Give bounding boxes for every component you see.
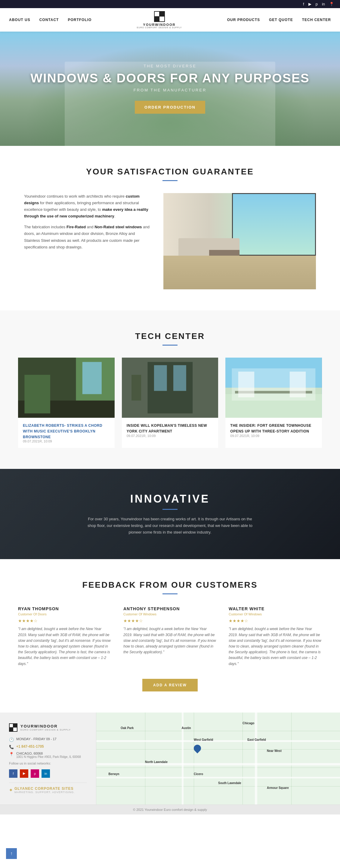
map-label-near-west: Near West bbox=[267, 749, 282, 752]
nav-logo[interactable]: YOURWINDOOR EURO COMFORT DESIGN & SUPPLY bbox=[131, 8, 188, 32]
footer: YOURWINDOOR EURO COMFORT DESIGN & SUPPLY… bbox=[0, 713, 340, 805]
partner-sub: MARKETING. SUPPORT. ADVERTISING. bbox=[14, 791, 75, 794]
top-bar: f ▶ p in 📍 bbox=[0, 0, 340, 8]
tech-card-date-1: 09.07.2021R, 10:09 bbox=[23, 439, 110, 443]
feedback-type-2: Customer of windows bbox=[123, 612, 217, 616]
satisfaction-content: Yourwindoor continues to work with archi… bbox=[24, 193, 316, 289]
map-grid-h-2 bbox=[96, 749, 340, 749]
map-label-south-lawndale: South Lawndale bbox=[218, 781, 241, 785]
map-grid-v-2 bbox=[194, 713, 194, 805]
facebook-icon[interactable]: f bbox=[303, 2, 304, 6]
feedback-divider bbox=[162, 593, 178, 594]
footer-logo-text-wrap: YOURWINDOOR EURO COMFORT DESIGN & SUPPLY bbox=[21, 724, 71, 731]
location-icon[interactable]: 📍 bbox=[329, 2, 334, 6]
innovative-text: For over 30 years, Yourwindoor has been … bbox=[86, 516, 254, 536]
innovative-section: INNOVATIVE For over 30 years, Yourwindoo… bbox=[0, 469, 340, 559]
partner-name: GLYANEC CORPORATE SITES bbox=[14, 786, 75, 791]
svg-rect-10 bbox=[131, 375, 141, 401]
footer-facebook-icon[interactable]: f bbox=[9, 769, 18, 778]
nav-products[interactable]: OUR PRODUCTS bbox=[227, 11, 260, 29]
map-label-austin: Austin bbox=[182, 726, 191, 730]
youtube-icon[interactable]: ▶ bbox=[308, 2, 311, 6]
logo-sub: EURO COMFORT DESIGN & SUPPLY bbox=[137, 27, 182, 29]
hero-content: THE MOST DIVERSE WINDOWS & DOORS FOR ANY… bbox=[30, 64, 309, 114]
tech-grid: ELIZABETH ROBERTS- STRIKES A CHORD WITH … bbox=[18, 358, 322, 448]
footer-logo-name: YOURWINDOOR bbox=[21, 724, 71, 728]
phone-icon: 📞 bbox=[9, 745, 14, 749]
tech-card-title-1[interactable]: ELIZABETH ROBERTS- STRIKES A CHORD WITH … bbox=[23, 424, 102, 439]
svg-rect-8 bbox=[154, 365, 167, 391]
pinterest-icon[interactable]: p bbox=[316, 2, 318, 6]
feedback-card-3: WALTER WHITE Customer of windows ★★★★☆ "… bbox=[229, 606, 322, 666]
feedback-text-2: "I am delighted, bought a week before th… bbox=[123, 626, 217, 655]
nav-contact[interactable]: CONTACT bbox=[39, 11, 59, 29]
nav-tech[interactable]: TECH CENTER bbox=[302, 11, 331, 29]
tech-card-body-2: INSIDE WILL KOPELMAN'S TIMELESS NEW YORK… bbox=[122, 418, 218, 442]
footer-address-item: 📍 CHICAGO, 60068 1001 N Higgins Pike #90… bbox=[9, 752, 87, 758]
nav-quote[interactable]: GET QUOTE bbox=[269, 11, 293, 29]
nav-right: OUR PRODUCTS GET QUOTE TECH CENTER bbox=[227, 11, 331, 29]
map-label-oak-park: Oak Park bbox=[121, 726, 133, 730]
footer-bottom: © 2021 Yourwindoor Euro comfort design &… bbox=[0, 805, 340, 814]
navbar: ABOUT US CONTACT PORTFOLIO YOURWINDOOR E… bbox=[0, 8, 340, 32]
map-label-berwyn: Berwyn bbox=[109, 772, 119, 776]
nav-portfolio[interactable]: PORTFOLIO bbox=[68, 11, 91, 29]
footer-left: YOURWINDOOR EURO COMFORT DESIGN & SUPPLY… bbox=[0, 713, 96, 805]
map-road-h-3 bbox=[96, 777, 340, 778]
copyright-text: © 2021 Yourwindoor Euro comfort design &… bbox=[133, 808, 207, 811]
feedback-name-3: WALTER WHITE bbox=[229, 606, 322, 611]
footer-phone-item: 📞 +1 847-451-1705 bbox=[9, 744, 87, 749]
nav-about-us[interactable]: ABOUT US bbox=[9, 11, 30, 29]
room-floor bbox=[163, 256, 316, 289]
hero-section: THE MOST DIVERSE WINDOWS & DOORS FOR ANY… bbox=[0, 32, 340, 146]
footer-hours-text: MONDAY - FRIDAY 09 - 17 bbox=[16, 737, 57, 741]
map-grid-v-4 bbox=[291, 713, 291, 805]
tech-card-title-3[interactable]: THE INSIDER: FORT GREENE TOWNHOUSE OPENS… bbox=[230, 424, 311, 433]
tech-card-2: INSIDE WILL KOPELMAN'S TIMELESS NEW YORK… bbox=[122, 358, 218, 448]
satisfaction-para2: The fabrication includes Fire-Rated and … bbox=[24, 224, 151, 250]
feedback-name-1: RYAN THOMPSON bbox=[18, 606, 111, 611]
footer-logo: YOURWINDOOR EURO COMFORT DESIGN & SUPPLY bbox=[9, 723, 87, 732]
feedback-stars-3: ★★★★☆ bbox=[229, 618, 322, 623]
footer-phone-number[interactable]: +1 847-451-1705 bbox=[16, 744, 44, 749]
map-grid-h-1 bbox=[96, 731, 340, 731]
map-label-east-garfield: East Garfield bbox=[247, 738, 266, 741]
svg-rect-16 bbox=[238, 372, 254, 398]
feedback-grid: RYAN THOMPSON Customer of doors ★★★★☆ "I… bbox=[18, 606, 322, 666]
footer-partner: ✦ GLYANEC CORPORATE SITES MARKETING. SUP… bbox=[9, 783, 87, 794]
tech-card-image-2 bbox=[122, 358, 218, 418]
feedback-card-1: RYAN THOMPSON Customer of doors ★★★★☆ "I… bbox=[18, 606, 111, 666]
map-grid-v-3 bbox=[243, 713, 243, 805]
tech-card-date-2: 09.07.2021R, 10:09 bbox=[127, 434, 214, 438]
innovative-divider bbox=[162, 509, 178, 510]
partner-star-icon: ✦ bbox=[9, 788, 13, 793]
add-review-button[interactable]: ADD A REVIEW bbox=[142, 679, 198, 691]
footer-logo-icon bbox=[9, 723, 18, 732]
order-production-button[interactable]: ORDER PRODUCTION bbox=[135, 101, 205, 114]
map-grid-v-1 bbox=[145, 713, 145, 805]
footer-map[interactable]: Chicago Oak Park Austin West Garfield Ea… bbox=[96, 713, 340, 805]
footer-address-wrap: CHICAGO, 60068 1001 N Higgins Pike #903,… bbox=[16, 752, 81, 758]
tech-card-body-1: ELIZABETH ROBERTS- STRIKES A CHORD WITH … bbox=[18, 418, 115, 448]
footer-linkedin-icon[interactable]: in bbox=[41, 769, 50, 778]
feedback-title: FEEDBACK FROM OUR CUSTOMERS bbox=[18, 580, 322, 590]
feedback-type-1: Customer of doors bbox=[18, 612, 111, 616]
tech-card-3: THE INSIDER: FORT GREENE TOWNHOUSE OPENS… bbox=[225, 358, 322, 448]
footer-pinterest-icon[interactable]: p bbox=[31, 769, 39, 778]
footer-address-detail: 1001 N Higgins Pike #903, Park Ridge, IL… bbox=[16, 755, 81, 758]
satisfaction-image bbox=[163, 193, 316, 289]
nav-left: ABOUT US CONTACT PORTFOLIO bbox=[9, 11, 91, 29]
linkedin-icon[interactable]: in bbox=[322, 2, 325, 6]
feedback-name-2: ANTHONY STEPHENSON bbox=[123, 606, 217, 611]
map-simulation: Chicago Oak Park Austin West Garfield Ea… bbox=[96, 713, 340, 805]
footer-logo-sub: EURO COMFORT DESIGN & SUPPLY bbox=[21, 728, 71, 731]
map-road-h-1 bbox=[96, 740, 340, 742]
svg-rect-4 bbox=[83, 362, 102, 394]
svg-rect-9 bbox=[173, 365, 186, 391]
satisfaction-para1: Yourwindoor continues to work with archi… bbox=[24, 193, 151, 220]
tech-card-title-2[interactable]: INSIDE WILL KOPELMAN'S TIMELESS NEW YORK… bbox=[127, 424, 207, 433]
feedback-card-2: ANTHONY STEPHENSON Customer of windows ★… bbox=[123, 606, 217, 666]
feedback-btn-wrapper: ADD A REVIEW bbox=[18, 679, 322, 691]
footer-youtube-icon[interactable]: ▶ bbox=[20, 769, 28, 778]
map-label-west-garfield: West Garfield bbox=[194, 738, 213, 741]
